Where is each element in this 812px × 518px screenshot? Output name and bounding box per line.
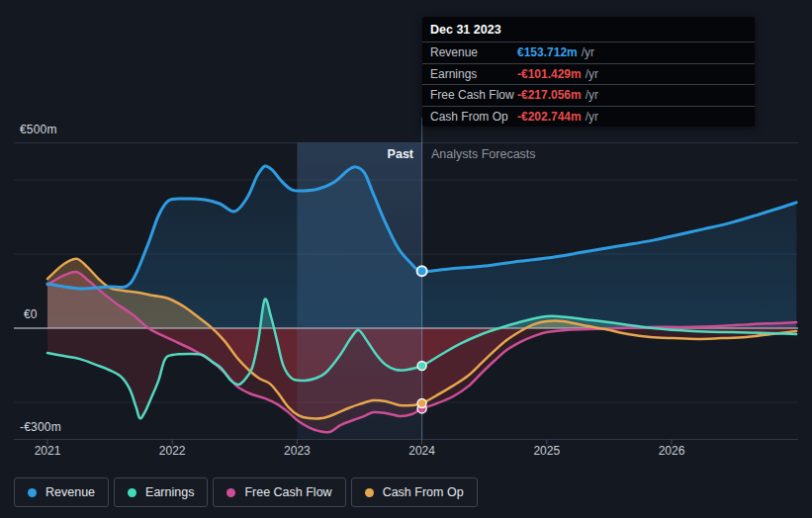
x-axis-label-2025: 2025 bbox=[525, 444, 569, 458]
tooltip-rows: Revenue€153.712m/yrEarnings-€101.429m/yr… bbox=[422, 42, 755, 127]
legend-item-cash-from-op[interactable]: Cash From Op bbox=[351, 477, 478, 507]
tooltip-row-value: -€101.429m bbox=[517, 67, 582, 81]
legend-item-label: Revenue bbox=[45, 485, 95, 499]
x-axis-label-2023: 2023 bbox=[275, 444, 318, 458]
chart-legend: RevenueEarningsFree Cash FlowCash From O… bbox=[14, 477, 478, 507]
analysts-forecasts-label: Analysts Forecasts bbox=[431, 147, 536, 161]
y-axis-label-500m: €500m bbox=[20, 123, 57, 136]
y-axis-label-neg300m: -€300m bbox=[20, 420, 61, 434]
tooltip-row-label: Cash From Op bbox=[430, 110, 517, 124]
tooltip-row-earnings: Earnings-€101.429m/yr bbox=[422, 63, 755, 85]
tooltip-row-label: Free Cash Flow bbox=[430, 88, 517, 102]
past-label: Past bbox=[315, 147, 413, 161]
chart-tooltip: Dec 31 2023 Revenue€153.712m/yrEarnings-… bbox=[422, 17, 755, 127]
legend-item-earnings[interactable]: Earnings bbox=[114, 477, 208, 507]
tooltip-row-value: -€217.056m bbox=[517, 88, 582, 102]
tooltip-row-unit: /yr bbox=[586, 67, 598, 81]
marker-revenue[interactable] bbox=[417, 266, 427, 276]
marker-cash-from-op[interactable] bbox=[417, 399, 426, 408]
tooltip-row-label: Earnings bbox=[430, 67, 517, 81]
x-axis-label-2026: 2026 bbox=[650, 444, 693, 458]
tooltip-date-title: Dec 31 2023 bbox=[422, 17, 755, 42]
cashflow-forecast-page: €500m €0 -€300m Past Analysts Forecasts … bbox=[0, 0, 812, 518]
hover-highlight-band bbox=[297, 143, 421, 440]
legend-item-free-cash-flow[interactable]: Free Cash Flow bbox=[213, 477, 345, 507]
tooltip-row-unit: /yr bbox=[586, 110, 598, 124]
legend-color-dot-icon bbox=[28, 488, 37, 497]
tooltip-row-label: Revenue bbox=[430, 45, 517, 59]
y-axis-label-zero: €0 bbox=[24, 307, 38, 321]
marker-earnings[interactable] bbox=[417, 362, 426, 371]
tooltip-row-free-cash-flow: Free Cash Flow-€217.056m/yr bbox=[422, 84, 755, 106]
tooltip-row-revenue: Revenue€153.712m/yr bbox=[422, 42, 755, 63]
legend-color-dot-icon bbox=[226, 488, 235, 497]
legend-item-revenue[interactable]: Revenue bbox=[14, 477, 109, 507]
tooltip-row-unit: /yr bbox=[586, 88, 598, 102]
legend-item-label: Earnings bbox=[145, 485, 194, 499]
legend-color-dot-icon bbox=[128, 488, 136, 497]
x-axis-label-2021: 2021 bbox=[26, 444, 69, 458]
tooltip-row-cash-from-op: Cash From Op-€202.744m/yr bbox=[422, 106, 755, 128]
tooltip-row-value: -€202.744m bbox=[517, 110, 582, 124]
legend-item-label: Free Cash Flow bbox=[244, 485, 331, 499]
tooltip-row-value: €153.712m bbox=[517, 45, 578, 59]
legend-color-dot-icon bbox=[365, 488, 374, 497]
x-axis-label-2024: 2024 bbox=[401, 444, 444, 458]
x-axis-label-2022: 2022 bbox=[150, 444, 194, 458]
legend-item-label: Cash From Op bbox=[383, 485, 464, 499]
tooltip-row-unit: /yr bbox=[582, 45, 594, 59]
